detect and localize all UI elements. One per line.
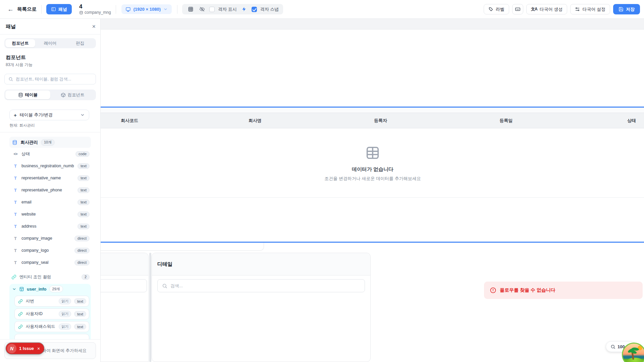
column-name: representative_phone: [21, 188, 74, 192]
joined-column-item[interactable]: 사용자ID 읽기 text: [14, 308, 89, 319]
sliders-icon: [575, 7, 580, 12]
joined-table-section: user_info 29개 사번 읽기 text 사용자ID 읽기 text: [9, 284, 91, 340]
column-type-badge: code: [75, 151, 90, 157]
i18n-generate-text: 다국어 생성: [540, 6, 563, 12]
search-icon: [8, 77, 13, 81]
i18n-settings-button[interactable]: 다국어 설정: [570, 4, 610, 14]
tab-layers[interactable]: 레이어: [35, 39, 65, 47]
components-section-title: 컴포넌트: [6, 54, 26, 61]
readonly-badge: 읽기: [59, 298, 71, 304]
tab-edit[interactable]: 편집: [65, 39, 95, 47]
save-button[interactable]: 저장: [613, 4, 640, 14]
panel-divider: [0, 132, 100, 132]
column-name: company_seal: [21, 260, 71, 265]
column-name: 사번: [26, 298, 56, 304]
column-count-badge: 10개: [41, 139, 55, 146]
issue-badge[interactable]: N 1 Issue ×: [6, 343, 44, 354]
eye-off-icon[interactable]: [198, 5, 206, 13]
page-title-block: 4 company_mng: [79, 3, 111, 15]
joined-column-item[interactable]: [14, 334, 89, 340]
direct-type-icon: T: [13, 236, 18, 241]
column-item[interactable]: T business_registration_numb text: [9, 160, 91, 172]
source-tab-components[interactable]: 컴포넌트: [50, 90, 95, 99]
table-header-cell[interactable]: 등록일: [443, 113, 569, 128]
toolbar-divider: [177, 5, 177, 14]
table-header-cell[interactable]: 등록자: [318, 113, 443, 128]
joined-column-item[interactable]: 사번 읽기 text: [14, 296, 89, 307]
label-button-text: 라벨: [496, 6, 504, 12]
lightning-icon[interactable]: [240, 5, 248, 13]
database-icon: [79, 11, 83, 15]
label-button[interactable]: 라벨: [484, 4, 509, 14]
tab-components[interactable]: 컴포넌트: [5, 39, 35, 47]
grid-controls-group: 격자 표시 격자 스냅: [182, 4, 283, 14]
entity-join-section[interactable]: 엔티티 조인 컬럼 2: [9, 271, 91, 283]
link-icon: [18, 312, 23, 316]
readonly-badge: 읽기: [59, 323, 71, 330]
column-name: 사용자ID: [26, 311, 56, 317]
column-name: address: [21, 224, 74, 229]
entity-join-label: 엔티티 조인 컬럼: [19, 274, 78, 280]
issue-logo: N: [7, 344, 16, 353]
detail-search-input[interactable]: [170, 283, 360, 288]
panel-search-box: [4, 74, 96, 84]
text-type-icon: T: [13, 212, 18, 217]
app-window: 회사코드 회사명 등록자 등록일 상태 데이터가 없습니다 조건을 변경하거나 …: [0, 0, 644, 362]
cube-icon: [61, 93, 66, 98]
column-type-badge: text: [74, 298, 86, 304]
column-item[interactable]: T company_seal direct: [9, 256, 91, 268]
column-item[interactable]: T email text: [9, 196, 91, 208]
joined-table-name: user_info: [27, 287, 47, 292]
column-type-badge: text: [77, 199, 90, 205]
grid-icon[interactable]: [186, 5, 195, 13]
column-name: representative_name: [21, 176, 74, 180]
keyboard-icon: [515, 6, 521, 12]
source-tab-label: 컴포넌트: [68, 92, 85, 98]
link-icon: [18, 299, 23, 304]
panel-search-input[interactable]: [16, 77, 92, 81]
panel-toggle-button[interactable]: 패널: [46, 4, 72, 14]
column-name: website: [21, 212, 74, 217]
table-node-header[interactable]: 회사관리 10개: [9, 137, 91, 148]
table-header-cell[interactable]: 상태: [569, 113, 644, 128]
column-item[interactable]: T company_logo direct: [9, 244, 91, 256]
joined-column-item[interactable]: 사용자패스워드 읽기 text: [14, 321, 89, 332]
column-item[interactable]: T website text: [9, 208, 91, 220]
save-icon: [619, 7, 624, 12]
table-header-cell[interactable]: 회사명: [192, 113, 318, 128]
add-table-dropdown[interactable]: + 테이블 추가/변경: [9, 110, 89, 120]
hill-shape: [626, 358, 644, 362]
column-item[interactable]: T address text: [9, 220, 91, 232]
grid-show-label: 격자 표시: [218, 6, 237, 12]
selection-guide-bottom: [99, 242, 644, 243]
panel-close-button[interactable]: ×: [92, 23, 96, 29]
detail-search-box: [157, 279, 365, 292]
current-table-label: 현재: 회사관리: [9, 123, 35, 128]
grid-show-checkbox[interactable]: [209, 7, 215, 12]
text-type-icon: T: [13, 224, 18, 229]
keyboard-shortcuts-button[interactable]: [512, 4, 523, 14]
save-button-text: 저장: [626, 6, 635, 12]
grid-snap-checkbox[interactable]: [252, 7, 257, 12]
column-item[interactable]: T representative_phone text: [9, 184, 91, 196]
back-to-list-button[interactable]: ← 목록으로: [7, 6, 37, 13]
direct-type-icon: T: [13, 260, 18, 265]
source-tab-tables[interactable]: 테이블: [5, 90, 50, 99]
column-item[interactable]: <> 상태 code: [9, 148, 91, 160]
join-count-badge: 2: [82, 274, 90, 280]
columns-tree: 회사관리 10개 <> 상태 code T business_registrat…: [0, 135, 100, 340]
close-icon[interactable]: ×: [37, 346, 40, 351]
table-node-name: 회사관리: [20, 139, 38, 145]
column-name: 상태: [21, 151, 72, 157]
device-size-selector[interactable]: (644 × 362): [121, 4, 172, 14]
column-item[interactable]: T company_image direct: [9, 232, 91, 244]
magnifier-icon: [610, 344, 615, 349]
column-item[interactable]: T representative_name text: [9, 172, 91, 184]
alert-icon: [490, 287, 496, 294]
link-icon: [11, 275, 16, 280]
i18n-generate-button[interactable]: 文A 다국어 생성: [526, 4, 567, 14]
flow-error-text: 플로우를 찾을 수 없습니다: [500, 287, 555, 293]
joined-table-header[interactable]: user_info 29개: [9, 284, 91, 294]
split-resize-handle[interactable]: [149, 253, 151, 362]
column-name: business_registration_numb: [21, 164, 74, 168]
